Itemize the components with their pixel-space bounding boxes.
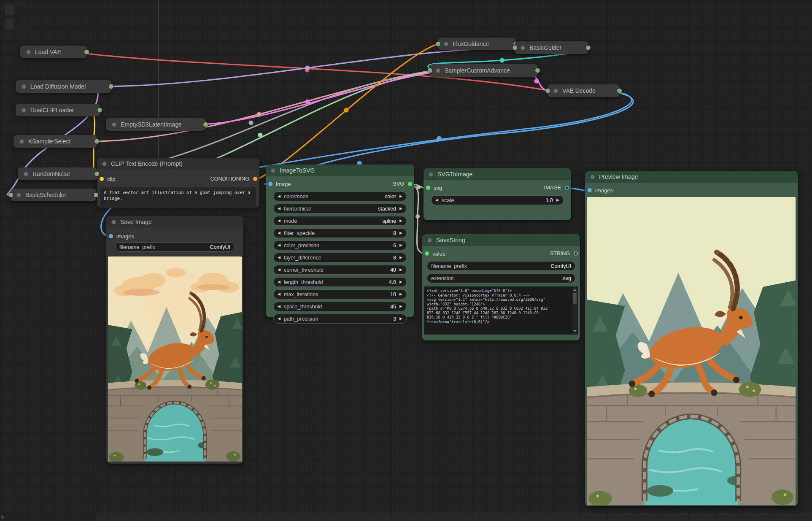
node-header[interactable]: Save Image	[106, 216, 243, 228]
node-svg-to-image[interactable]: SVGToImage svg IMAGE scale1.0	[424, 168, 571, 220]
widget-filter-speckle[interactable]: filter_speckle8	[273, 228, 407, 238]
widget-length-threshold[interactable]: length_threshold4.0	[273, 277, 407, 287]
increment-arrow-icon[interactable]	[399, 243, 402, 247]
increment-arrow-icon[interactable]	[399, 231, 402, 235]
output-slot-sampler[interactable]	[94, 139, 99, 144]
decrement-arrow-icon[interactable]	[435, 198, 438, 202]
decrement-arrow-icon[interactable]	[278, 256, 281, 259]
node-empty-sd3-latent[interactable]: EmptySD3LatentImage	[106, 118, 206, 131]
node-basic-guider[interactable]: BasicGuider	[515, 41, 588, 54]
svg-input-slot[interactable]	[426, 186, 430, 190]
decrement-arrow-icon[interactable]	[278, 305, 281, 308]
output-slot-latent[interactable]	[203, 122, 208, 127]
output-slot-model[interactable]	[109, 84, 113, 89]
widget-scale[interactable]: scale1.0	[431, 195, 564, 205]
collapse-toggle-icon[interactable]	[590, 175, 595, 179]
svg-code-textarea[interactable]: <?xml version="1.0" encoding="UTF-8"?> <…	[424, 286, 578, 335]
output-slot-noise[interactable]	[94, 172, 99, 176]
svg-output-slot[interactable]	[408, 182, 412, 186]
string-output-slot[interactable]	[574, 251, 578, 256]
collapse-toggle-icon[interactable]	[16, 193, 21, 197]
increment-arrow-icon[interactable]	[399, 219, 402, 223]
node-header[interactable]: ImageToSVG	[266, 165, 414, 176]
widget-splice-threshold[interactable]: splice_threshold45	[273, 302, 407, 311]
image-input-slot[interactable]	[268, 182, 272, 186]
widget-hierarchical[interactable]: hierarchicalstacked	[273, 204, 407, 213]
image-output-slot[interactable]	[565, 186, 569, 190]
collapse-toggle-icon[interactable]	[112, 122, 116, 127]
collapse-toggle-icon[interactable]	[22, 108, 26, 113]
conditioning-output-slot[interactable]	[253, 177, 257, 181]
output-slot-image[interactable]	[617, 89, 622, 93]
prompt-textarea[interactable]: A flat vector art illustration of a goat…	[100, 187, 256, 208]
node-ksampler-select[interactable]: KSamplerSelect	[13, 135, 97, 148]
node-dual-clip-loader[interactable]: DualCLIPLoader	[16, 104, 100, 116]
node-flux-guidance[interactable]: FluxGuidance	[438, 38, 516, 50]
widget-filename-prefix[interactable]: filename_prefix ComfyUI	[427, 261, 575, 271]
output-slot-vae[interactable]	[84, 50, 89, 54]
value-input-slot[interactable]	[425, 251, 429, 256]
scroll-up-icon[interactable]	[573, 289, 577, 291]
decrement-arrow-icon[interactable]	[278, 243, 281, 247]
decrement-arrow-icon[interactable]	[278, 268, 281, 272]
node-basic-scheduler[interactable]: BasicScheduler	[11, 189, 96, 201]
widget-corner-threshold[interactable]: corner_threshold40	[273, 265, 407, 275]
scrollbar-thumb[interactable]	[573, 293, 577, 304]
input-slot-model[interactable]	[8, 193, 13, 197]
decrement-arrow-icon[interactable]	[278, 231, 281, 235]
increment-arrow-icon[interactable]	[399, 207, 402, 211]
increment-arrow-icon[interactable]	[556, 198, 559, 202]
collapse-toggle-icon[interactable]	[22, 84, 26, 89]
increment-arrow-icon[interactable]	[399, 305, 402, 308]
collapse-toggle-icon[interactable]	[19, 139, 24, 144]
collapse-toggle-icon[interactable]	[102, 162, 107, 166]
decrement-arrow-icon[interactable]	[278, 194, 281, 198]
collapse-toggle-icon[interactable]	[444, 42, 448, 46]
widget-path-precision[interactable]: path_precision3	[273, 314, 407, 324]
comfyui-canvas[interactable]: { "canvas": { "watermark": "s" }, "nodes…	[0, 0, 812, 521]
input-slot-samples[interactable]	[545, 89, 550, 93]
collapse-toggle-icon[interactable]	[271, 168, 275, 173]
node-header[interactable]: SVGToImage	[424, 168, 571, 180]
increment-arrow-icon[interactable]	[399, 268, 402, 272]
node-header[interactable]: CLIP Text Encode (Prompt)	[97, 158, 259, 170]
increment-arrow-icon[interactable]	[399, 194, 402, 198]
widget-colormode[interactable]: colormodecolor	[273, 192, 407, 201]
scrollbar[interactable]	[572, 287, 577, 334]
node-header[interactable]: Preview Image	[585, 171, 798, 183]
widget-max-iterations[interactable]: max_iterations10	[273, 289, 407, 299]
input-slot-model[interactable]	[513, 46, 517, 50]
images-input-slot[interactable]	[588, 188, 592, 192]
output-slot-guider[interactable]	[586, 46, 591, 50]
node-preview-image[interactable]: Preview Image images	[585, 171, 798, 506]
increment-arrow-icon[interactable]	[399, 317, 402, 321]
node-vae-decode[interactable]: VAE Decode	[548, 84, 620, 97]
widget-layer-difference[interactable]: layer_difference8	[273, 253, 407, 262]
decrement-arrow-icon[interactable]	[278, 292, 281, 296]
collapse-toggle-icon[interactable]	[427, 238, 432, 243]
widget-mode[interactable]: modespline	[273, 216, 407, 226]
collapse-toggle-icon[interactable]	[436, 68, 440, 73]
node-random-noise[interactable]: RandomNoise	[18, 167, 97, 180]
input-slot-multi[interactable]	[428, 68, 432, 73]
collapse-toggle-icon[interactable]	[521, 46, 525, 50]
increment-arrow-icon[interactable]	[399, 280, 402, 284]
increment-arrow-icon[interactable]	[399, 256, 402, 259]
node-save-string[interactable]: SaveString value STRING filename_prefix …	[422, 234, 580, 340]
output-slot-latent[interactable]	[535, 68, 540, 73]
clip-input-slot[interactable]	[100, 177, 104, 181]
decrement-arrow-icon[interactable]	[278, 280, 281, 284]
decrement-arrow-icon[interactable]	[278, 207, 281, 211]
node-header[interactable]: SaveString	[422, 234, 580, 246]
increment-arrow-icon[interactable]	[399, 292, 402, 296]
node-sampler-custom-advance[interactable]: SamplerCustomAdvance	[430, 64, 538, 77]
output-slot-clip[interactable]	[97, 108, 102, 113]
node-save-image[interactable]: Save Image images filename_prefix ComfyU…	[106, 216, 243, 464]
node-load-vae[interactable]: Load VAE	[20, 46, 87, 58]
collapse-toggle-icon[interactable]	[553, 89, 558, 93]
collapse-toggle-icon[interactable]	[429, 172, 433, 177]
node-image-to-svg[interactable]: ImageToSVG image SVG colormodecolor hier…	[266, 165, 414, 317]
node-clip-text-encode[interactable]: CLIP Text Encode (Prompt) clip CONDITION…	[97, 158, 259, 208]
collapse-toggle-icon[interactable]	[26, 50, 31, 54]
decrement-arrow-icon[interactable]	[278, 317, 281, 321]
